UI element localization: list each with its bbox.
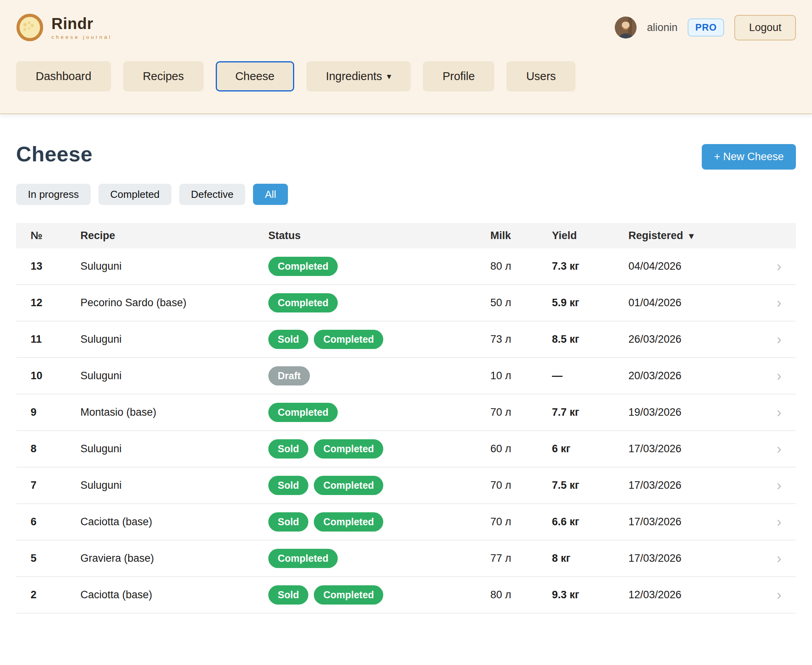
col-registered-label: Registered [628, 230, 683, 241]
tab-users[interactable]: Users [506, 61, 575, 91]
col-yield: Yield [552, 230, 628, 242]
status-badge-draft: Draft [268, 366, 310, 385]
milk-value: 70 л [490, 406, 552, 418]
nav-tab-label: Recipes [143, 71, 184, 82]
milk-value: 60 л [490, 443, 552, 455]
status-badge-completed: Completed [268, 293, 338, 312]
table-row[interactable]: 2 Caciotta (base) SoldCompleted 80 л 9.3… [16, 577, 796, 614]
page-head: Cheese + New Cheese [16, 142, 796, 170]
table-row[interactable]: 9 Montasio (base) Completed 70 л 7.7 кг … [16, 395, 796, 431]
filter-label: Defective [191, 188, 233, 200]
cheese-wheel-logo-icon [16, 13, 44, 42]
table-row[interactable]: 7 Suluguni SoldCompleted 70 л 7.5 кг 17/… [16, 468, 796, 504]
registered-date: 19/03/2026 [628, 406, 766, 418]
tab-profile[interactable]: Profile [423, 61, 494, 91]
nav-tab-label: Users [526, 71, 556, 82]
milk-value: 77 л [490, 552, 552, 565]
table-row[interactable]: 11 Suluguni SoldCompleted 73 л 8.5 кг 26… [16, 322, 796, 358]
milk-value: 80 л [490, 260, 552, 272]
table-header: № Recipe Status Milk Yield Registered▼ [16, 223, 796, 248]
status-badge-completed: Completed [314, 585, 383, 605]
cheese-table: № Recipe Status Milk Yield Registered▼ 1… [16, 223, 796, 614]
status-badge-completed: Completed [314, 439, 383, 459]
registered-date: 04/04/2026 [628, 260, 766, 272]
chevron-right-icon: › [766, 406, 781, 420]
status-badge-sold: Sold [268, 439, 308, 459]
table-row[interactable]: 8 Suluguni SoldCompleted 60 л 6 кг 17/03… [16, 431, 796, 468]
row-number: 12 [31, 297, 80, 309]
filter-completed[interactable]: Completed [98, 184, 171, 205]
chevron-right-icon: › [766, 296, 781, 310]
table-row[interactable]: 5 Graviera (base) Completed 77 л 8 кг 17… [16, 541, 796, 577]
milk-value: 70 л [490, 479, 552, 491]
table-row[interactable]: 13 Suluguni Completed 80 л 7.3 кг 04/04/… [16, 248, 796, 285]
filter-in-progress[interactable]: In progress [16, 184, 91, 205]
yield-value: 6 кг [552, 443, 628, 455]
tab-dashboard[interactable]: Dashboard [16, 61, 111, 91]
col-status: Status [268, 230, 490, 242]
registered-date: 20/03/2026 [628, 370, 766, 382]
chevron-right-icon: › [766, 442, 781, 456]
recipe-name: Suluguni [80, 333, 268, 345]
recipe-name: Suluguni [80, 260, 268, 272]
yield-value: 7.7 кг [552, 406, 628, 418]
new-cheese-button[interactable]: + New Cheese [702, 144, 796, 170]
logout-button[interactable]: Logout [734, 15, 796, 40]
row-number: 2 [31, 589, 80, 601]
yield-value: 5.9 кг [552, 297, 628, 309]
yield-value: 7.5 кг [552, 479, 628, 491]
col-num: № [31, 230, 80, 242]
main-content: Cheese + New Cheese In progress Complete… [0, 142, 812, 614]
tab-recipes[interactable]: Recipes [123, 61, 204, 91]
yield-value: 8 кг [552, 552, 628, 565]
tab-cheese[interactable]: Cheese [216, 61, 294, 91]
registered-date: 01/04/2026 [628, 297, 766, 309]
registered-date: 12/03/2026 [628, 589, 766, 601]
table-row[interactable]: 12 Pecorino Sardo (base) Completed 50 л … [16, 285, 796, 322]
filter-bar: In progress Completed Defective All [16, 184, 796, 205]
table-row[interactable]: 10 Suluguni Draft 10 л — 20/03/2026 › [16, 358, 796, 395]
milk-value: 70 л [490, 516, 552, 528]
chevron-right-icon: › [766, 588, 781, 602]
tab-ingredients[interactable]: Ingredients ▾ [306, 61, 411, 91]
chevron-right-icon: › [766, 369, 781, 383]
registered-date: 26/03/2026 [628, 333, 766, 345]
username: alionin [647, 22, 677, 34]
status-badges: Draft [268, 366, 490, 385]
logo-link[interactable]: Rindr cheese journal [16, 13, 112, 42]
status-badges: Completed [268, 293, 490, 312]
avatar[interactable] [615, 16, 637, 38]
status-badge-sold: Sold [268, 585, 308, 605]
nav-tab-label: Ingredients [326, 71, 382, 82]
nav-tab-label: Cheese [235, 71, 275, 82]
table-row[interactable]: 6 Caciotta (base) SoldCompleted 70 л 6.6… [16, 504, 796, 541]
recipe-name: Suluguni [80, 370, 268, 382]
recipe-name: Suluguni [80, 479, 268, 491]
status-badge-sold: Sold [268, 512, 308, 532]
status-badge-completed: Completed [314, 476, 383, 495]
brand-tagline: cheese journal [51, 34, 112, 40]
status-badge-sold: Sold [268, 330, 308, 349]
registered-date: 17/03/2026 [628, 552, 766, 565]
yield-value: 8.5 кг [552, 333, 628, 345]
filter-label: In progress [28, 188, 79, 200]
filter-label: Completed [110, 188, 160, 200]
status-badges: SoldCompleted [268, 330, 490, 349]
status-badge-completed: Completed [314, 512, 383, 532]
col-registered[interactable]: Registered▼ [628, 230, 766, 242]
status-badges: SoldCompleted [268, 512, 490, 532]
pro-badge: PRO [688, 18, 724, 37]
nav-tab-label: Profile [442, 71, 475, 82]
chevron-right-icon: › [766, 479, 781, 493]
filter-defective[interactable]: Defective [179, 184, 245, 205]
nav-tab-label: Dashboard [36, 71, 91, 82]
row-number: 6 [31, 516, 80, 528]
sort-desc-icon: ▼ [687, 231, 696, 241]
status-badges: Completed [268, 403, 490, 422]
filter-all[interactable]: All [253, 184, 288, 205]
yield-value: 6.6 кг [552, 516, 628, 528]
main-nav: Dashboard Recipes Cheese Ingredients ▾ P… [16, 61, 796, 91]
chevron-right-icon: › [766, 259, 781, 274]
recipe-name: Montasio (base) [80, 406, 268, 418]
yield-value: 7.3 кг [552, 260, 628, 272]
